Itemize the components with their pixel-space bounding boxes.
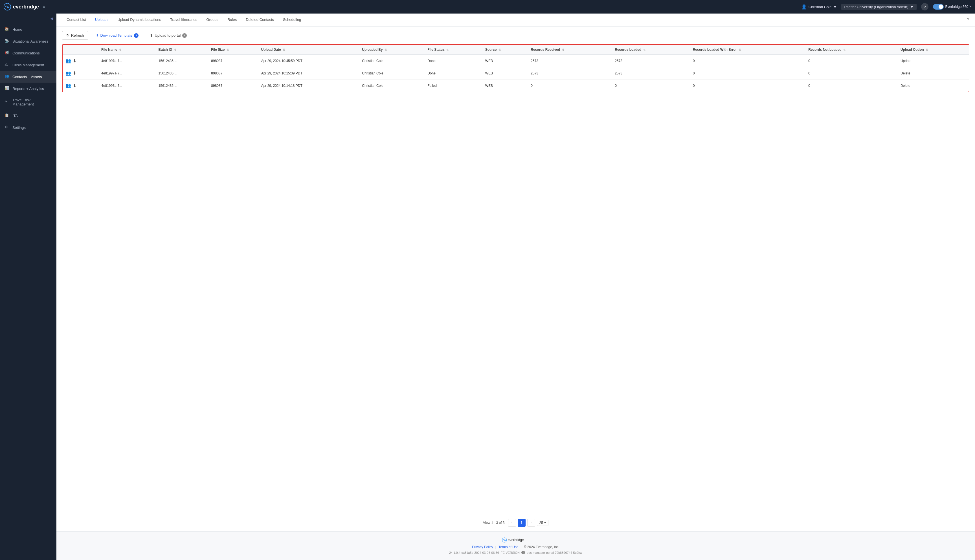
cell-records-loaded: 2573: [612, 55, 690, 67]
per-page-select[interactable]: 25 ▾: [537, 520, 548, 526]
cell-records-loaded: 0: [612, 80, 690, 92]
row-file-icon: 👥: [65, 58, 71, 63]
row-file-icon: 👥: [65, 83, 71, 88]
next-page-button[interactable]: ›: [527, 519, 535, 527]
tab-travel-itineraries[interactable]: Travel Itineraries: [165, 13, 202, 26]
download-template-button[interactable]: ⬇ Download Template i: [92, 31, 143, 40]
user-menu[interactable]: 👤 Christian Cole ▼: [801, 4, 837, 10]
footer-links: Privacy Policy | Terms of Use | © 2024 E…: [62, 545, 969, 549]
cell-records-loaded: 2573: [612, 67, 690, 80]
nav-arrows[interactable]: »: [41, 3, 47, 10]
sidebar-item-home[interactable]: 🏠 Home: [0, 23, 57, 35]
col-header-upload-option[interactable]: Upload Option ⇅: [898, 45, 969, 55]
toolbar: ↻ Refresh ⬇ Download Template i ⬆ Upload…: [57, 27, 975, 44]
col-header-file-size[interactable]: File Size ⇅: [208, 45, 258, 55]
page-1-button[interactable]: 1: [518, 519, 526, 527]
user-name: Christian Cole: [808, 5, 832, 9]
cell-batch-id: 15612436....: [156, 67, 209, 80]
tab-rules[interactable]: Rules: [223, 13, 241, 26]
tabs: Contact List Uploads Upload Dynamic Loca…: [62, 13, 306, 26]
settings-icon: ⚙: [5, 125, 10, 130]
sort-icon-source: ⇅: [499, 48, 501, 51]
tab-scheduling[interactable]: Scheduling: [279, 13, 306, 26]
row-file-icon: 👥: [65, 70, 71, 76]
row-download-icon[interactable]: ⬇: [73, 58, 77, 63]
row-icons-cell: 👥 ⬇: [63, 67, 99, 80]
fe-version-info-icon[interactable]: i: [521, 551, 525, 554]
svg-point-1: [5, 6, 6, 7]
row-download-icon[interactable]: ⬇: [73, 83, 77, 88]
sidebar-item-label: Communications: [12, 51, 40, 55]
sidebar-item-communications[interactable]: 📢 Communications: [0, 47, 57, 59]
col-header-file-name[interactable]: File Name ⇅: [99, 45, 156, 55]
footer: everbridge Privacy Policy | Terms of Use…: [57, 531, 975, 560]
prev-page-button[interactable]: ‹: [508, 519, 516, 527]
sidebar-item-reports-analytics[interactable]: 📊 Reports + Analytics: [0, 83, 57, 95]
cell-upload-date: Apr 29, 2024 10:15:39 PDT: [259, 67, 359, 80]
sort-icon-upload-option: ⇅: [926, 48, 928, 51]
cell-file-name: 4e81997a-7...: [99, 67, 156, 80]
tab-deleted-contacts[interactable]: Deleted Contacts: [241, 13, 279, 26]
row-icons-cell: 👥 ⬇: [63, 80, 99, 92]
col-header-uploaded-by[interactable]: Uploaded By ⇅: [359, 45, 424, 55]
col-header-records-loaded[interactable]: Records Loaded ⇅: [612, 45, 690, 55]
travel-risk-icon: ✈: [5, 100, 10, 105]
sidebar: ◀ 🏠 Home 📡 Situational Awareness 📢 Commu…: [0, 13, 57, 560]
sidebar-collapse-button[interactable]: ◀: [0, 13, 57, 23]
org-menu[interactable]: Pfieffer University (Organization Admin)…: [841, 4, 916, 10]
cell-records-loaded-error: 0: [690, 55, 806, 67]
cell-records-received: 0: [528, 80, 612, 92]
cell-file-status: Done: [424, 55, 482, 67]
tab-contact-list[interactable]: Contact List: [62, 13, 90, 26]
uploads-table: File Name ⇅ Batch ID ⇅ File Size ⇅ Uploa…: [63, 45, 969, 92]
sort-icon-records-not-loaded: ⇅: [843, 48, 845, 51]
sidebar-item-travel-risk[interactable]: ✈ Travel Risk Management: [0, 95, 57, 110]
table-row: 👥 ⬇ 4e81997a-7... 15612436.... 898087 Ap…: [63, 67, 969, 80]
col-header-records-not-loaded[interactable]: Records Not Loaded ⇅: [805, 45, 898, 55]
terms-of-use-link[interactable]: Terms of Use: [499, 545, 519, 549]
tab-groups[interactable]: Groups: [202, 13, 223, 26]
col-header-records-loaded-error[interactable]: Records Loaded With Error ⇅: [690, 45, 806, 55]
col-header-file-status[interactable]: File Status ⇅: [424, 45, 482, 55]
refresh-button[interactable]: ↻ Refresh: [62, 31, 88, 40]
cell-file-status: Done: [424, 67, 482, 80]
tabs-help-button[interactable]: ?: [967, 17, 969, 23]
upload-info-icon[interactable]: i: [182, 33, 187, 38]
user-dropdown-icon: ▼: [833, 5, 837, 9]
refresh-icon: ↻: [66, 33, 69, 38]
upload-label: Upload to portal: [155, 33, 180, 38]
per-page-dropdown-icon: ▾: [544, 521, 546, 525]
col-header-batch-id[interactable]: Batch ID ⇅: [156, 45, 209, 55]
col-header-records-received[interactable]: Records Received ⇅: [528, 45, 612, 55]
footer-version: 24.1.0.4-ca31a5d-2024-03-06-06:56 FE-VER…: [62, 551, 969, 554]
home-icon: 🏠: [5, 27, 10, 32]
sidebar-item-label: Reports + Analytics: [12, 87, 44, 91]
cell-file-name: 4e81997a-7...: [99, 80, 156, 92]
col-header-upload-date[interactable]: Upload Date ⇅: [259, 45, 359, 55]
pagination: View 1 - 3 of 3 ‹ 1 › 25 ▾: [57, 514, 975, 531]
sidebar-item-settings[interactable]: ⚙ Settings: [0, 122, 57, 133]
cell-upload-date: Apr 29, 2024 10:45:59 PDT: [259, 55, 359, 67]
sidebar-item-contacts-assets[interactable]: 👥 Contacts + Assets: [0, 71, 57, 83]
sidebar-item-crisis-management[interactable]: ⚠ Crisis Management: [0, 59, 57, 71]
sidebar-item-situational-awareness[interactable]: 📡 Situational Awareness: [0, 35, 57, 47]
cell-file-size: 898087: [208, 80, 258, 92]
toggle-360-switch[interactable]: [933, 4, 944, 10]
tab-upload-dynamic-locations[interactable]: Upload Dynamic Locations: [113, 13, 165, 26]
copyright-text: © 2024 Everbridge, Inc.: [524, 545, 559, 549]
help-button[interactable]: ?: [921, 3, 928, 10]
privacy-policy-link[interactable]: Privacy Policy: [472, 545, 493, 549]
logo[interactable]: everbridge: [3, 3, 39, 11]
upload-to-portal-button[interactable]: ⬆ Upload to portal i: [146, 31, 191, 40]
download-info-icon[interactable]: i: [134, 33, 139, 38]
org-name: Pfieffer University (Organization Admin): [844, 5, 908, 9]
row-download-icon[interactable]: ⬇: [73, 70, 77, 76]
cell-batch-id: 15612436....: [156, 55, 209, 67]
col-header-source[interactable]: Source ⇅: [482, 45, 528, 55]
sort-icon-records-loaded-error: ⇅: [739, 48, 741, 51]
sidebar-item-ita[interactable]: 📋 ITA: [0, 110, 57, 122]
tab-uploads[interactable]: Uploads: [90, 13, 113, 26]
cell-upload-option: Delete: [898, 80, 969, 92]
logo-text: everbridge: [13, 4, 39, 10]
communications-icon: 📢: [5, 50, 10, 55]
